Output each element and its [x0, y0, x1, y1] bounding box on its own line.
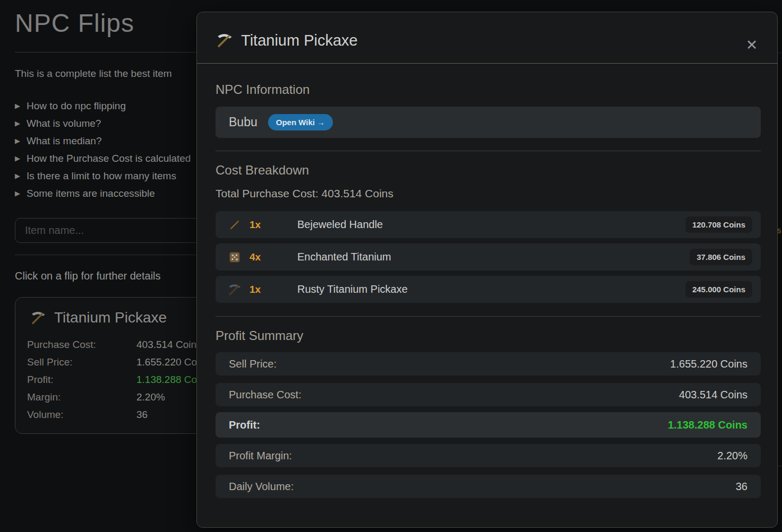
flip-card-header: Titanium Pickaxe [30, 309, 167, 326]
stick-icon [227, 217, 242, 232]
summary-value: 1.655.220 Coins [670, 358, 747, 370]
faq-item-what-is-median[interactable]: ▶ What is median? [15, 132, 191, 150]
collapsed-arrow-icon: ▶ [15, 154, 20, 162]
collapsed-arrow-icon: ▶ [15, 102, 20, 110]
collapsed-arrow-icon: ▶ [15, 119, 20, 127]
stat-value: 36 [136, 409, 148, 421]
modal-title: Titanium Pickaxe [241, 32, 358, 49]
npc-name: Bubu [229, 115, 257, 129]
ore-block-icon [227, 250, 242, 265]
close-icon[interactable]: ✕ [741, 34, 762, 56]
faq-item-how-to-flip[interactable]: ▶ How to do npc flipping [15, 97, 191, 115]
summary-row-sell-price[interactable]: Sell Price: 1.655.220 Coins [216, 352, 761, 376]
collapsed-arrow-icon: ▶ [15, 172, 20, 180]
faq-item-buy-limit[interactable]: ▶ Is there a limit to how many items [15, 167, 191, 185]
stat-row-volume: Volume: 36 [27, 406, 212, 423]
section-divider [216, 316, 761, 317]
stat-value: 2.20% [136, 391, 165, 403]
summary-row-purchase-cost[interactable]: Purchase Cost: 403.514 Coins [216, 383, 761, 406]
section-divider [216, 151, 761, 151]
summary-label: Profit Margin: [229, 450, 292, 462]
stat-label: Margin: [27, 391, 136, 403]
pickaxe-icon [216, 31, 234, 49]
app-page: NPC Flips This is a complete list the be… [0, 0, 782, 532]
summary-row-profit[interactable]: Profit: 1.138.288 Coins [216, 412, 761, 438]
quantity: 1x [250, 219, 276, 231]
ingredient-name: Enchanted Titanium [297, 251, 391, 263]
profit-summary-heading: Profit Summary [216, 328, 303, 343]
summary-value: 2.20% [717, 450, 747, 462]
flip-card-titanium-pickaxe[interactable]: Titanium Pickaxe Purchase Cost: 403.514 … [15, 297, 212, 434]
faq-item-label: What is median? [27, 135, 102, 147]
summary-row-daily-volume[interactable]: Daily Volume: 36 [216, 475, 761, 498]
page-title: NPC Flips [15, 8, 134, 38]
collapsed-arrow-icon: ▶ [15, 189, 20, 197]
stat-label: Volume: [27, 409, 136, 421]
faq-item-label: What is volume? [27, 118, 101, 129]
intro-text: This is a complete list the best item [15, 68, 172, 80]
cost-row-bejeweled-handle[interactable]: 1x Bejeweled Handle 120.708 Coins [216, 211, 761, 238]
price-badge: 245.000 Coins [685, 281, 752, 298]
summary-value: 403.514 Coins [679, 389, 747, 401]
faq-list: ▶ How to do npc flipping ▶ What is volum… [15, 97, 191, 202]
pickaxe-icon [30, 309, 47, 326]
stat-row-sell-price: Sell Price: 1.655.220 Coins [27, 353, 212, 371]
quantity: 4x [250, 251, 276, 263]
ingredient-name: Rusty Titanium Pickaxe [297, 283, 408, 295]
modal-header-divider [197, 63, 777, 64]
quantity: 1x [250, 284, 276, 295]
faq-item-purchase-cost-calc[interactable]: ▶ How the Purchase Cost is calculated [15, 150, 191, 167]
summary-label: Daily Volume: [229, 481, 294, 493]
summary-value-profit: 1.138.288 Coins [668, 419, 747, 431]
stat-row-purchase-cost: Purchase Cost: 403.514 Coins [27, 336, 212, 353]
stat-label: Purchase Cost: [27, 339, 136, 351]
background-rule-fragment [777, 53, 782, 53]
collapsed-arrow-icon: ▶ [15, 137, 20, 145]
stat-value: 403.514 Coins [136, 339, 202, 351]
faq-item-label: How to do npc flipping [27, 100, 126, 112]
summary-label: Profit: [229, 419, 260, 431]
npc-information-heading: NPC Information [216, 82, 310, 97]
faq-item-label: How the Purchase Cost is calculated [27, 153, 191, 164]
price-badge: 120.708 Coins [685, 216, 752, 233]
cost-breakdown-heading: Cost Breakdown [216, 163, 309, 178]
faq-item-label: Some items are inaccessible [27, 188, 155, 199]
modal-header: Titanium Pickaxe [216, 31, 358, 49]
cost-row-rusty-titanium-pickaxe[interactable]: 1x Rusty Titanium Pickaxe 245.000 Coins [216, 276, 761, 303]
summary-label: Sell Price: [229, 358, 277, 370]
stat-label: Sell Price: [27, 356, 136, 368]
faq-item-label: Is there a limit to how many items [27, 170, 176, 182]
cost-row-enchanted-titanium[interactable]: 4x Enchanted Titanium 37.806 Coins [216, 243, 761, 271]
summary-label: Purchase Cost: [229, 389, 302, 401]
flip-card-title: Titanium Pickaxe [54, 309, 167, 326]
summary-row-profit-margin[interactable]: Profit Margin: 2.20% [216, 444, 761, 467]
stat-label: Profit: [27, 374, 136, 386]
rusty-pickaxe-icon [227, 282, 242, 297]
total-purchase-cost: Total Purchase Cost: 403.514 Coins [216, 187, 393, 200]
item-search-input[interactable] [15, 218, 207, 243]
stat-row-margin: Margin: 2.20% [27, 388, 212, 406]
click-hint-text: Click on a flip for further details [15, 270, 161, 282]
stat-row-profit: Profit: 1.138.288 Coins [27, 371, 212, 388]
npc-info-row: Bubu Open Wiki → [216, 107, 761, 138]
ingredient-name: Bejeweled Handle [297, 219, 383, 231]
summary-value: 36 [736, 481, 747, 493]
open-wiki-button[interactable]: Open Wiki → [268, 114, 333, 130]
background-text-fragment: 5 [777, 227, 781, 237]
flip-card-stats: Purchase Cost: 403.514 Coins Sell Price:… [27, 336, 212, 423]
faq-item-inaccessible-items[interactable]: ▶ Some items are inaccessible [15, 185, 191, 202]
price-badge: 37.806 Coins [690, 249, 752, 265]
item-detail-modal: Titanium Pickaxe ✕ NPC Information Bubu … [196, 12, 778, 528]
faq-item-what-is-volume[interactable]: ▶ What is volume? [15, 115, 191, 132]
background-rule-fragment [777, 466, 782, 466]
